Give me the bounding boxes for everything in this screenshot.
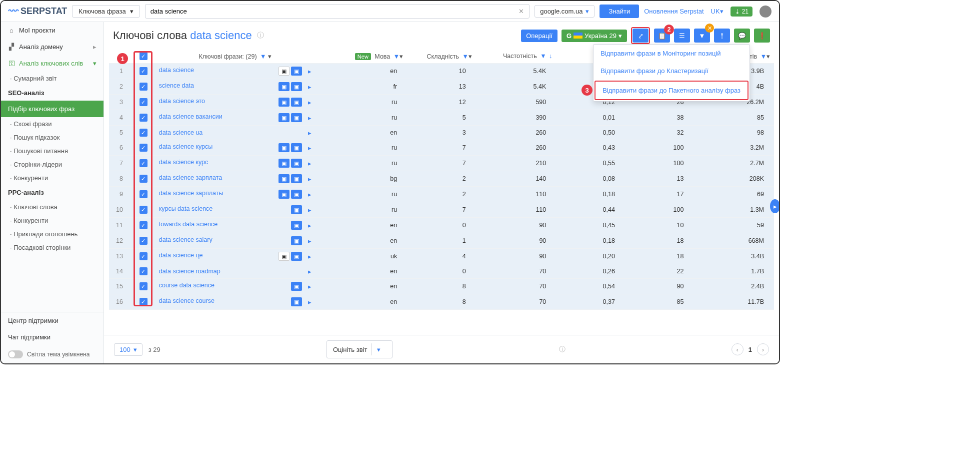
expand-row-icon[interactable]: ▸ (304, 68, 312, 75)
expand-row-icon[interactable]: ▸ (304, 268, 312, 275)
expand-row-icon[interactable]: ▸ (304, 114, 312, 122)
dropdown-item-monitoring[interactable]: Відправити фрази в Моніторинг позицій (594, 45, 750, 62)
page-size-select[interactable]: 100 ▾ (114, 343, 142, 356)
sidebar-sub-competitors[interactable]: · Конкуренти (1, 171, 104, 185)
row-checkbox[interactable]: ✓ (140, 159, 148, 167)
operations-button[interactable]: Операції (521, 30, 558, 42)
updates-link[interactable]: Оновлення Serpstat (644, 8, 704, 15)
row-checkbox[interactable]: ✓ (140, 267, 148, 275)
select-all-checkbox[interactable]: ✓ (140, 52, 148, 60)
row-checkbox[interactable]: ✓ (140, 129, 148, 137)
pager-next[interactable]: › (757, 343, 769, 355)
sidebar-item-domain[interactable]: ▞ Аналіз домену ▸ (1, 39, 104, 55)
keyword-link[interactable]: data science курсы (159, 143, 213, 150)
database-select[interactable]: google.com.ua ▾ (534, 5, 594, 18)
sidebar-sub-questions[interactable]: · Пошукові питання (1, 144, 104, 158)
row-checkbox[interactable]: ✓ (140, 144, 148, 152)
keyword-link[interactable]: data science зарплата (159, 174, 222, 181)
col-difficulty[interactable]: Складність ▼▾ (407, 49, 476, 64)
sort-desc-icon[interactable]: ↓ (549, 53, 552, 60)
filter-icon[interactable]: ▼ (760, 53, 766, 60)
lang-select[interactable]: UK▾ (711, 8, 724, 15)
keyword-link[interactable]: data science курс (159, 159, 208, 166)
row-checkbox[interactable]: ✓ (140, 190, 148, 198)
col-keywords[interactable]: Ключові фрази: (29) ▼ ▾ (155, 49, 316, 64)
support-center-link[interactable]: Центр підтримки (1, 312, 104, 329)
expand-row-icon[interactable]: ▸ (304, 298, 312, 306)
expand-row-icon[interactable]: ▸ (304, 253, 312, 260)
keyword-link[interactable]: data science это (159, 98, 205, 105)
filter-icon[interactable]: ▼ (260, 53, 266, 60)
keyword-link[interactable]: data science salary (159, 236, 212, 243)
download-badge[interactable]: ⭳ 21 (730, 7, 752, 17)
clear-icon[interactable]: ✕ (518, 8, 524, 15)
sidebar-sub-ppc-ads[interactable]: · Приклади оголошень (1, 227, 104, 241)
filter-icon[interactable]: ▼ (462, 53, 468, 60)
columns-button[interactable]: ☰ (674, 29, 690, 43)
col-lang[interactable]: New Мова ▼▾ (316, 49, 407, 64)
row-checkbox[interactable]: ✓ (140, 298, 148, 306)
col-frequency[interactable]: Частотність ▼ ↓ (476, 49, 556, 64)
row-checkbox[interactable]: ✓ (140, 114, 148, 122)
row-checkbox[interactable]: ✓ (140, 175, 148, 183)
dropdown-item-batch[interactable]: 3 Відправити фрази до Пакетного аналізу … (594, 81, 748, 100)
sidebar-sub-ppc-keywords[interactable]: · Ключові слова (1, 200, 104, 214)
region-select[interactable]: G Україна 29 ▾ (562, 30, 627, 42)
keyword-link[interactable]: course data science (159, 282, 214, 289)
sidebar-item-projects[interactable]: ⌂ Мої проєкти (1, 22, 104, 39)
help-button[interactable]: ❗ (754, 29, 770, 43)
keyword-link[interactable]: data science вакансии (159, 113, 222, 120)
keyword-link[interactable]: data science ua (159, 129, 203, 136)
expand-row-icon[interactable]: ▸ (304, 160, 312, 167)
row-checkbox[interactable]: ✓ (140, 282, 148, 290)
info-icon[interactable]: ⓘ (257, 31, 264, 40)
keyword-link[interactable]: science data (159, 82, 194, 89)
keyword-link[interactable]: data science course (159, 297, 214, 304)
side-expand-handle[interactable]: ▸ (770, 199, 779, 213)
expand-row-icon[interactable]: ▸ (304, 144, 312, 152)
sidebar-sub-similar[interactable]: · Схожі фрази (1, 117, 104, 131)
expand-row-icon[interactable]: ▸ (304, 206, 312, 214)
row-checkbox[interactable]: ✓ (140, 221, 148, 229)
expand-row-icon[interactable]: ▸ (304, 175, 312, 183)
sidebar-item-keywords[interactable]: ⚿ Аналіз ключових слів ▾ (1, 55, 104, 72)
feedback-button[interactable]: 💬 (734, 29, 750, 43)
expand-row-icon[interactable]: ▸ (304, 237, 312, 245)
row-checkbox[interactable]: ✓ (140, 98, 148, 106)
send-button[interactable]: ⤤ (632, 29, 648, 43)
rate-report-button[interactable]: Оцініть звіт ▾ (326, 340, 393, 358)
keyword-link[interactable]: data science roadmap (159, 268, 220, 275)
expand-row-icon[interactable]: ▸ (304, 222, 312, 229)
row-checkbox[interactable]: ✓ (140, 252, 148, 260)
support-chat-link[interactable]: Чат підтримки (1, 329, 104, 345)
keyword-link[interactable]: курсы data science (159, 205, 213, 212)
avatar[interactable] (760, 6, 772, 18)
keyword-link[interactable]: data science (159, 67, 194, 74)
find-button[interactable]: Знайти (600, 5, 639, 18)
row-checkbox[interactable]: ✓ (140, 206, 148, 214)
theme-toggle[interactable]: Світла тема увімкнена (1, 345, 104, 363)
expand-row-icon[interactable]: ▸ (304, 83, 312, 91)
info-icon[interactable]: ⓘ (559, 345, 566, 354)
search-input[interactable] (150, 8, 514, 15)
export-button[interactable]: ⭱ (714, 29, 730, 43)
expand-row-icon[interactable]: ▸ (304, 129, 312, 137)
filter-icon[interactable]: ▼ (394, 53, 400, 60)
keyword-link[interactable]: data science зарплаты (159, 190, 224, 197)
filter-icon[interactable]: ▼ (540, 53, 546, 60)
expand-row-icon[interactable]: ▸ (304, 191, 312, 198)
chevron-down-icon[interactable]: ▾ (268, 53, 272, 60)
sidebar-sub-leaders[interactable]: · Сторінки-лідери (1, 158, 104, 171)
filter-clear-icon[interactable]: ✕ (705, 24, 714, 33)
search-type-dropdown[interactable]: Ключова фраза ▾ (72, 5, 140, 18)
sidebar-sub-ppc-competitors[interactable]: · Конкуренти (1, 214, 104, 227)
chevron-down-icon[interactable]: ▾ (371, 343, 386, 355)
sidebar-sub-keyword-selection[interactable]: Підбір ключових фраз (1, 101, 104, 117)
row-checkbox[interactable]: ✓ (140, 67, 148, 75)
keyword-link[interactable]: data science це (159, 252, 203, 259)
row-checkbox[interactable]: ✓ (140, 83, 148, 91)
pager-prev[interactable]: ‹ (732, 343, 744, 355)
dropdown-item-clustering[interactable]: Відправити фрази до Кластеризації (594, 62, 750, 80)
expand-row-icon[interactable]: ▸ (304, 283, 312, 290)
row-checkbox[interactable]: ✓ (140, 237, 148, 245)
